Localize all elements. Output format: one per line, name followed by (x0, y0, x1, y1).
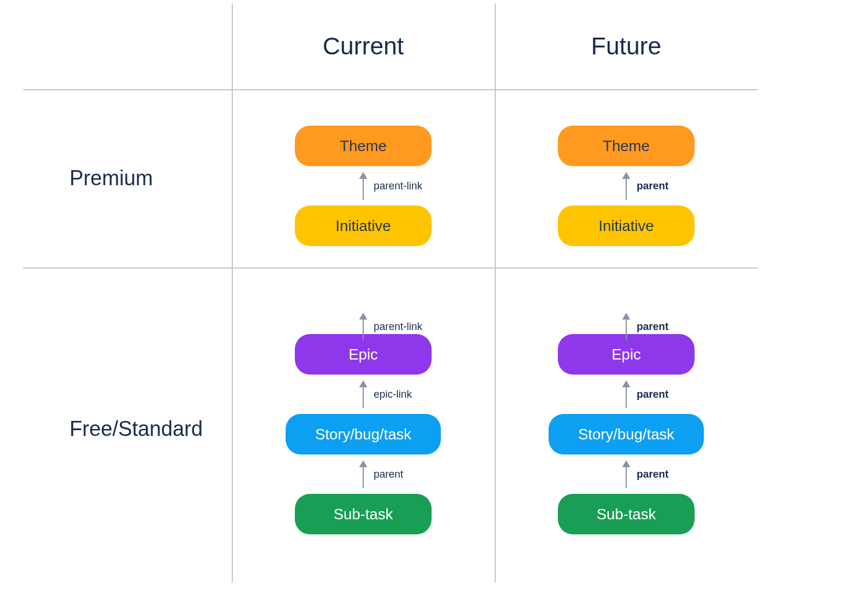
node-initiative: Initiative (295, 206, 432, 246)
node-label: Epic (349, 346, 378, 364)
cell-free-future: parent Epic parent Story/bug/task parent… (495, 267, 758, 591)
cell-premium-future: Theme parent Initiative (495, 89, 758, 267)
arrow-story-to-epic: epic-link (356, 375, 370, 414)
arrow-initiative-to-theme: parent (619, 166, 633, 206)
empty-corner (23, 3, 232, 89)
arrow-label: parent (637, 388, 669, 401)
arrow-subtask-to-story: parent (356, 454, 370, 494)
column-header-future: Future (495, 3, 758, 89)
row-header-label: Free/Standard (70, 417, 203, 441)
row-header-label: Premium (70, 166, 153, 190)
cell-free-current: parent-link Epic epic-link Story/bug/tas… (232, 267, 495, 591)
arrow-label: epic-link (374, 388, 412, 401)
column-header-label: Future (591, 32, 661, 60)
node-label: Initiative (598, 217, 653, 235)
column-header-current: Current (232, 3, 495, 89)
node-initiative: Initiative (558, 206, 695, 246)
node-label: Theme (340, 137, 387, 155)
node-label: Theme (603, 137, 650, 155)
node-subtask: Sub-task (558, 494, 695, 534)
node-label: Epic (612, 346, 641, 364)
node-theme: Theme (295, 126, 432, 166)
cell-premium-current: Theme parent-link Initiative (232, 89, 495, 267)
node-story: Story/bug/task (549, 414, 704, 454)
arrow-label: parent (637, 468, 669, 481)
node-label: Story/bug/task (315, 426, 411, 443)
node-story: Story/bug/task (286, 414, 441, 454)
arrow-story-to-epic: parent (619, 375, 633, 414)
node-label: Initiative (335, 217, 390, 235)
arrow-label: parent-link (374, 180, 422, 192)
arrow-epic-to-initiative: parent (619, 309, 633, 344)
row-header-free-standard: Free/Standard (23, 267, 232, 591)
arrow-subtask-to-story: parent (619, 454, 633, 494)
node-subtask: Sub-task (295, 494, 432, 534)
node-label: Sub-task (597, 505, 656, 523)
row-header-premium: Premium (23, 89, 232, 267)
node-label: Sub-task (334, 505, 393, 523)
node-label: Story/bug/task (578, 426, 674, 443)
arrow-initiative-to-theme: parent-link (356, 166, 370, 206)
arrow-label: parent (637, 180, 669, 192)
column-header-label: Current (323, 32, 404, 60)
hierarchy-comparison-diagram: Current Future Premium Theme parent-link… (0, 0, 862, 591)
arrow-label: parent (637, 321, 669, 333)
arrow-label: parent (374, 468, 403, 481)
arrow-epic-to-initiative: parent-link (356, 309, 370, 344)
arrow-label: parent-link (374, 321, 422, 333)
node-theme: Theme (558, 126, 695, 166)
